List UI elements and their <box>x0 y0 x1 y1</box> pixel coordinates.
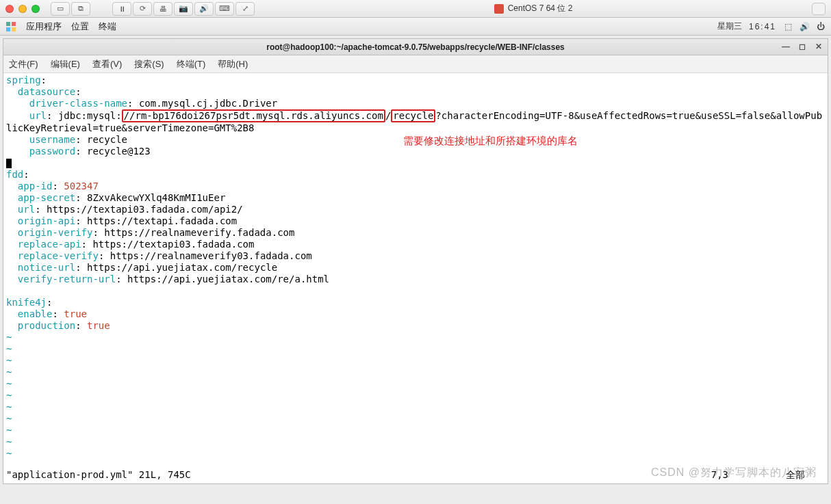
yaml-key: enable <box>18 308 53 319</box>
toolbar-button[interactable]: ⏸ <box>112 2 131 16</box>
yaml-value: https://api.yuejiatax.com/re/a.html <box>127 274 329 284</box>
close-icon[interactable]: ✕ <box>813 40 825 53</box>
maximize-icon[interactable]: ◻ <box>796 40 808 53</box>
yaml-key: app-secret <box>18 192 75 203</box>
vim-tilde: ~ <box>6 367 12 377</box>
mac-toolbar: ▭ ⧉ ⏸ ⟳ 🖶 📷 🔊 ⌨ ⤢ CentOS 7 64 位 2 <box>0 0 831 18</box>
terminal-menu[interactable]: 终端 <box>99 21 116 33</box>
yaml-value: https://api.yuejiatax.com/recycle <box>87 262 277 273</box>
yaml-key: production <box>18 320 75 331</box>
yaml-key: spring <box>6 75 41 85</box>
svg-rect-0 <box>6 22 10 26</box>
menu-search[interactable]: 搜索(S) <box>134 58 164 70</box>
yaml-key: url <box>18 204 35 215</box>
menu-help[interactable]: 帮助(H) <box>218 58 248 70</box>
network-icon[interactable]: ⬚ <box>783 22 793 31</box>
yaml-key: driver-class-name <box>29 98 127 109</box>
vim-tilde: ~ <box>6 390 12 401</box>
yaml-key: url <box>29 110 47 121</box>
terminal-window: root@hadoop100:~/apache-tomcat-9.0.75/we… <box>3 38 828 484</box>
menu-edit[interactable]: 编辑(E) <box>51 58 80 70</box>
highlight-db: recycle <box>391 109 435 122</box>
yaml-key: replace-verify <box>18 250 99 261</box>
yaml-key: knife4j <box>6 297 47 308</box>
toolbar-group-2: ⏸ ⟳ 🖶 📷 🔊 ⌨ ⤢ <box>112 2 255 16</box>
highlight-host: //rm-bp176doi267psr5dt.mysql.rds.aliyunc… <box>122 109 385 122</box>
minimize-icon[interactable]: — <box>780 40 792 53</box>
yaml-key: app-id <box>18 181 53 191</box>
minimize-window-icon[interactable] <box>18 5 27 13</box>
toolbar-button[interactable]: ▭ <box>51 2 70 16</box>
yaml-value: recycle <box>87 134 127 145</box>
yaml-value: https://textapi.fadada.com <box>87 215 237 226</box>
vim-tilde: ~ <box>6 378 12 389</box>
volume-icon[interactable]: 🔊 <box>800 22 809 31</box>
vm-title: CentOS 7 64 位 2 <box>494 3 573 14</box>
yaml-key: password <box>29 146 75 157</box>
yaml-key: origin-verify <box>18 227 93 238</box>
toolbar-button[interactable]: ⟳ <box>133 2 152 16</box>
vim-status-left: "application-prod.yml" 21L, 745C <box>6 469 191 480</box>
yaml-value: recycle@123 <box>87 146 151 157</box>
vim-tilde: ~ <box>6 401 12 412</box>
toolbar-button[interactable]: 🖶 <box>153 2 172 16</box>
yaml-value: https://realnameverify03.fadada.com <box>110 250 312 261</box>
fullscreen-window-icon[interactable] <box>31 5 40 13</box>
menu-view[interactable]: 查看(V) <box>92 58 122 70</box>
cursor <box>6 159 12 168</box>
clock: 16:41 <box>749 22 776 31</box>
window-traffic-lights <box>5 5 40 13</box>
yaml-key: datasource <box>18 86 75 97</box>
toolbar-right-button[interactable] <box>812 3 826 15</box>
yaml-value: 502347 <box>64 181 99 191</box>
vim-tilde: ~ <box>6 355 12 366</box>
yaml-key: notice-url <box>18 262 75 273</box>
places-menu[interactable]: 位置 <box>71 21 89 33</box>
yaml-key: origin-api <box>18 215 75 226</box>
menu-terminal[interactable]: 终端(T) <box>177 58 206 70</box>
toolbar-button[interactable]: 📷 <box>174 2 193 16</box>
vim-tilde: ~ <box>6 413 12 424</box>
toolbar-button[interactable]: ⧉ <box>71 2 90 16</box>
yaml-value: jdbc:mysql: <box>58 110 122 121</box>
terminal-titlebar: root@hadoop100:~/apache-tomcat-9.0.75/we… <box>3 39 828 55</box>
yaml-value: https://textapi03.fadada.com/api2/ <box>47 204 243 215</box>
gnome-panel: 应用程序 位置 终端 星期三 16:41 ⬚ 🔊 ⏻ <box>0 18 831 36</box>
svg-rect-3 <box>12 27 16 31</box>
gnome-right: 星期三 16:41 ⬚ 🔊 ⏻ <box>717 21 826 32</box>
terminal-title: root@hadoop100:~/apache-tomcat-9.0.75/we… <box>266 42 565 52</box>
yaml-value: 8ZxvAkecwYXlq48KmMI1uEer <box>87 192 225 203</box>
vim-tilde: ~ <box>6 436 12 447</box>
toolbar-button[interactable]: ⌨ <box>215 2 234 16</box>
yaml-key: username <box>29 134 75 145</box>
yaml-value: https://realnameverify.fadada.com <box>104 227 294 238</box>
vim-tilde: ~ <box>6 425 12 436</box>
vm-title-text: CentOS 7 64 位 2 <box>508 3 573 14</box>
yaml-value: / <box>385 110 391 121</box>
annotation-text: 需要修改连接地址和所搭建环境的库名 <box>403 135 578 146</box>
vm-icon <box>494 4 504 14</box>
yaml-value: licKeyRetrieval=true&serverTimezone=GMT%… <box>6 122 254 133</box>
toolbar-button[interactable]: 🔊 <box>194 2 214 16</box>
terminal-body[interactable]: spring: datasource: driver-class-name: c… <box>3 73 828 483</box>
power-icon[interactable]: ⏻ <box>816 22 826 31</box>
yaml-value: ?characterEncoding=UTF-8&useAffectedRows… <box>435 110 822 121</box>
toolbar-button[interactable]: ⤢ <box>235 2 255 16</box>
yaml-value: https://textapi03.fadada.com <box>92 239 254 250</box>
day-label: 星期三 <box>717 21 742 32</box>
svg-rect-1 <box>12 22 16 26</box>
yaml-key: fdd <box>6 169 23 180</box>
svg-rect-2 <box>6 27 10 31</box>
yaml-value: true <box>64 308 87 319</box>
applications-menu[interactable]: 应用程序 <box>26 21 62 33</box>
menu-file[interactable]: 文件(F) <box>9 58 38 70</box>
close-window-icon[interactable] <box>5 5 14 13</box>
vim-tilde: ~ <box>6 448 12 459</box>
yaml-value: true <box>87 320 110 331</box>
yaml-value: com.mysql.cj.jdbc.Driver <box>139 98 277 109</box>
terminal-menubar: 文件(F) 编辑(E) 查看(V) 搜索(S) 终端(T) 帮助(H) <box>3 55 828 73</box>
vim-tilde: ~ <box>6 343 12 354</box>
yaml-key: replace-api <box>18 239 81 250</box>
activities-icon[interactable] <box>5 21 16 32</box>
vim-tilde: ~ <box>6 332 12 343</box>
